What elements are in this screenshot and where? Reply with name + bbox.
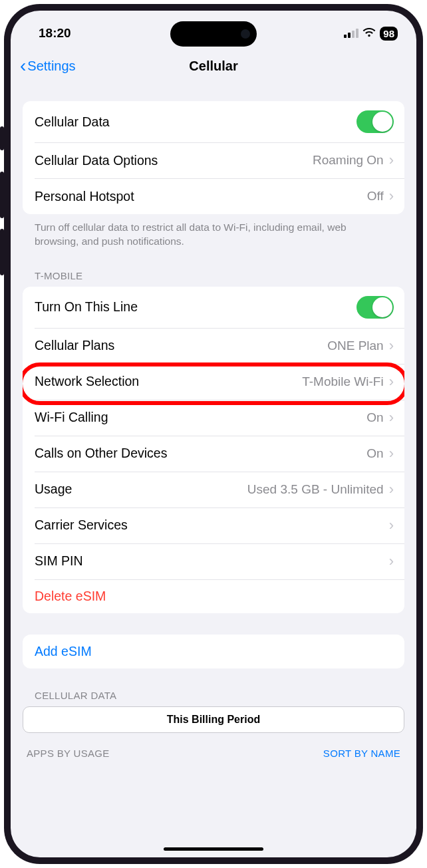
segmented-control-period[interactable]: This Billing Period [23,706,404,733]
chevron-right-icon: › [389,445,394,462]
value: Used 3.5 GB - Unlimited [247,482,384,497]
chevron-right-icon: › [389,152,394,169]
chevron-right-icon: › [389,409,394,426]
cellular-signal-icon [344,29,358,38]
value: T-Mobile Wi-Fi [302,374,383,389]
label: Add eSIM [35,644,92,659]
group-carrier: Turn On This Line Cellular Plans ONE Pla… [23,287,404,613]
chevron-left-icon: ‹ [20,57,26,75]
label: Calls on Other Devices [35,446,167,461]
label: Cellular Plans [35,338,114,353]
chevron-right-icon: › [389,337,394,355]
row-carrier-services[interactable]: Carrier Services › [23,507,404,543]
chevron-right-icon: › [389,373,394,390]
value: On [366,446,383,461]
row-sim-pin[interactable]: SIM PIN › [23,543,404,579]
row-cellular-plans[interactable]: Cellular Plans ONE Plan› [23,328,404,364]
label: Carrier Services [35,517,128,533]
value: ONE Plan [327,339,383,353]
chevron-right-icon: › [389,481,394,498]
row-turn-on-line[interactable]: Turn On This Line [23,287,404,328]
row-usage[interactable]: Usage Used 3.5 GB - Unlimited› [23,472,404,507]
apps-by-usage-label: APPS BY USAGE [27,748,110,759]
group-footer: Turn off cellular data to restrict all d… [23,214,404,249]
label: Turn On This Line [35,299,138,315]
battery-indicator: 98 [380,27,398,41]
row-calls-other-devices[interactable]: Calls on Other Devices On› [23,436,404,472]
row-wifi-calling[interactable]: Wi-Fi Calling On› [23,400,404,436]
section-header-data: CELLULAR DATA [23,668,404,704]
home-indicator[interactable] [164,847,263,851]
back-label: Settings [27,59,75,74]
row-add-esim[interactable]: Add eSIM [23,635,404,668]
nav-bar: ‹ Settings Cellular [11,49,416,82]
wifi-icon [362,26,376,41]
screen: 18:20 98 ‹ Settings Cellular [11,11,416,857]
row-personal-hotspot[interactable]: Personal Hotspot Off› [23,178,404,214]
segment-label: This Billing Period [167,714,260,725]
chevron-right-icon: › [389,517,394,534]
row-delete-esim[interactable]: Delete eSIM [23,579,404,613]
sort-by-name-button[interactable]: SORT BY NAME [323,748,400,759]
chevron-right-icon: › [389,188,394,205]
toggle-turn-on-line[interactable] [356,296,394,319]
phone-frame: 18:20 98 ‹ Settings Cellular [4,4,423,864]
group-add-esim: Add eSIM [23,635,404,668]
label: Cellular Data [35,114,110,130]
label: Delete eSIM [35,589,106,604]
back-button[interactable]: ‹ Settings [20,57,76,75]
row-cellular-data[interactable]: Cellular Data [23,101,404,142]
label: Personal Hotspot [35,189,134,204]
label: Cellular Data Options [35,153,158,168]
label: Usage [35,482,72,497]
label: Network Selection [35,374,139,389]
page-title: Cellular [189,59,237,74]
value: On [366,410,383,425]
value: Roaming On [313,153,384,168]
row-cellular-data-options[interactable]: Cellular Data Options Roaming On› [23,142,404,178]
dynamic-island [170,21,257,47]
value: Off [367,189,384,204]
section-header-carrier: T-MOBILE [23,249,404,284]
status-time: 18:20 [39,26,71,41]
group-cellular: Cellular Data Cellular Data Options Roam… [23,101,404,214]
label: SIM PIN [35,553,83,569]
apps-sort-row: APPS BY USAGE SORT BY NAME [23,733,404,759]
row-network-selection[interactable]: Network Selection T-Mobile Wi-Fi› [23,364,404,400]
label: Wi-Fi Calling [35,410,108,425]
toggle-cellular-data[interactable] [356,110,394,133]
chevron-right-icon: › [389,553,394,570]
